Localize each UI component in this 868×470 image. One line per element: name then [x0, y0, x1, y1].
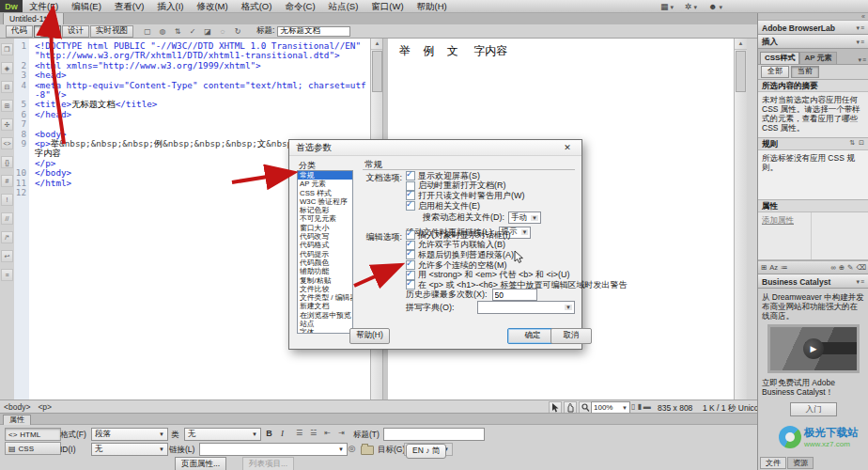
category-item[interactable]: 新建文档 [298, 302, 352, 310]
indent-icon[interactable]: ⇥ [335, 428, 348, 439]
unordered-list-icon[interactable]: ☰ [293, 428, 305, 439]
panel-menu-icon[interactable]: ▾≡ [856, 278, 865, 286]
user-account-icon[interactable]: ☻ ▾ [708, 2, 722, 11]
category-item[interactable]: 代码改写 [298, 232, 352, 241]
menu-item[interactable]: 窗口(W) [364, 0, 410, 12]
remove-comment-icon[interactable]: /* [1, 231, 13, 243]
css-mode-button[interactable]: ▤ CSS [5, 442, 61, 455]
apply-comment-icon[interactable]: // [1, 212, 13, 225]
point-to-file-icon[interactable]: ◎ [346, 443, 358, 454]
class-select[interactable]: 无▼ [184, 428, 261, 441]
link-input[interactable]: ▼ [199, 443, 348, 456]
collapse-full-tag-icon[interactable]: ⊟ [1, 81, 13, 93]
preview-in-browser-icon[interactable]: ◍ [156, 26, 169, 37]
tab-ap-elements[interactable]: AP 元素 [799, 52, 836, 64]
document-tab[interactable]: Untitled-1* × [3, 12, 64, 24]
category-item[interactable]: 文件类型 / 编辑器 [298, 293, 352, 302]
mobile-size-icon[interactable]: ▯ [631, 402, 635, 411]
menu-item[interactable]: 文件(F) [23, 0, 65, 12]
dock-tab-文件[interactable]: 文件 [760, 457, 786, 469]
category-item[interactable]: 窗口大小 [298, 224, 352, 232]
menu-item[interactable]: 帮助(H) [411, 0, 454, 12]
help-button[interactable]: 帮助(H) [349, 328, 390, 344]
panel-menu-icon[interactable]: ▾≡ [856, 39, 865, 46]
category-item[interactable]: 代码提示 [298, 250, 352, 258]
bold-button[interactable]: B [263, 428, 275, 439]
checkbox-checked[interactable] [406, 171, 415, 180]
show-current-mode-icon[interactable]: ≔ [781, 263, 788, 272]
spelling-dictionary-select[interactable]: ▼ [477, 301, 575, 314]
category-item[interactable]: AP 元素 [298, 180, 352, 188]
panel-menu-icon[interactable]: ▾≡ [858, 56, 867, 64]
close-icon[interactable]: ✕ [560, 143, 575, 152]
open-documents-icon[interactable]: ❐ [1, 43, 13, 55]
design-scrollbar[interactable]: ▲ [734, 38, 747, 400]
tablet-size-icon[interactable]: ▮ [637, 402, 641, 411]
category-item[interactable]: 常规 [298, 171, 352, 180]
page-properties-button[interactable]: 页面属性... [175, 457, 226, 470]
category-item[interactable]: W3C 验证程序 [298, 197, 352, 206]
highlight-invalid-code-icon[interactable]: ! [1, 194, 13, 206]
dock-collapse-strip[interactable]: « [758, 12, 868, 21]
category-item[interactable]: 不可见元素 [298, 214, 352, 223]
ime-language-bar[interactable]: EN ♪ 简 [406, 444, 446, 459]
rules-view-icons[interactable]: ⇅ ⊡ [849, 139, 865, 149]
menu-item[interactable]: 插入(I) [150, 0, 190, 12]
outdent-icon[interactable]: ⇤ [321, 428, 333, 439]
view-button-拆分[interactable]: 拆分 [34, 25, 61, 38]
option-checkbox-row[interactable]: 启用相关文件(E) [406, 201, 541, 212]
panel-business-catalyst[interactable]: Business Catalyst ▾≡ [758, 274, 868, 289]
document-title-input[interactable] [277, 26, 350, 37]
category-item[interactable]: 站点 [298, 320, 352, 328]
browse-folder-icon[interactable] [361, 446, 374, 455]
menu-item[interactable]: 站点(S) [322, 0, 365, 12]
desktop-size-icon[interactable]: ▬ [643, 402, 651, 411]
w3c-validation-icon[interactable]: ✓ [186, 26, 199, 37]
menu-item[interactable]: 格式(O) [235, 0, 279, 12]
cancel-button[interactable]: 取消 [550, 328, 592, 344]
all-button[interactable]: 全部 [761, 66, 789, 78]
menu-item[interactable]: 编辑(E) [65, 0, 108, 12]
view-button-实时视图[interactable]: 实时视图 [90, 25, 133, 38]
balance-braces-icon[interactable]: {} [1, 156, 13, 168]
window-size-value[interactable]: 835 x 808 [658, 403, 692, 413]
checkbox-checked[interactable] [406, 201, 415, 211]
play-icon[interactable]: ▶ [803, 338, 824, 359]
ordered-list-icon[interactable]: ☱ [307, 428, 319, 439]
refresh-design-view-icon[interactable]: ↻ [231, 26, 244, 37]
menu-item[interactable]: 命令(C) [278, 0, 321, 12]
new-css-rule-icon[interactable]: ⊕ [839, 263, 845, 272]
category-item[interactable]: 代码格式 [298, 241, 352, 249]
tag-selector-item[interactable]: <p> [38, 402, 52, 412]
file-management-icon[interactable]: ⇅ [171, 26, 184, 37]
check-browser-compat-icon[interactable]: ◪ [201, 26, 214, 37]
category-item[interactable]: 复制/粘贴 [298, 276, 352, 285]
tab-close-icon[interactable]: × [54, 15, 58, 24]
tab-properties[interactable]: 属性 [3, 415, 31, 425]
panel-menu-icon[interactable]: ▾≡ [856, 24, 865, 32]
expand-all-icon[interactable]: ✣ [1, 118, 13, 131]
html-mode-button[interactable]: <> HTML [5, 428, 61, 441]
bc-video-thumbnail[interactable]: ▶ [767, 324, 860, 373]
option-select-row[interactable]: 搜索动态相关文件(D):手动▼ [406, 212, 541, 223]
tab-css-styles[interactable]: CSS样式 [760, 52, 799, 64]
wrap-tag-icon[interactable]: ↩ [1, 250, 13, 262]
format-source-icon[interactable]: ≡ [1, 269, 13, 281]
category-item[interactable]: 辅助功能 [298, 267, 352, 275]
category-item[interactable]: 在浏览器中预览 [298, 311, 352, 320]
show-category-view-icon[interactable]: ⊞ [761, 263, 767, 272]
dialog-titlebar[interactable]: 首选参数 ✕ [289, 140, 581, 156]
attach-stylesheet-icon[interactable]: ∞ [830, 263, 835, 272]
panel-insert[interactable]: 插入 ▾≡ [758, 35, 868, 49]
tag-selector-item[interactable]: <body> [4, 402, 30, 412]
add-property-link[interactable]: 添加属性 [762, 215, 794, 225]
bc-get-started-button[interactable]: 入门 [790, 402, 837, 416]
line-numbers-icon[interactable]: # [1, 175, 13, 187]
show-list-view-icon[interactable]: Az [769, 263, 778, 272]
format-select[interactable]: 段落▼ [91, 428, 168, 441]
visual-aids-icon[interactable]: ◌ [216, 26, 229, 37]
cs-services-icon[interactable]: ✲ ▾ [685, 2, 697, 11]
select-parent-tag-icon[interactable]: <> [1, 137, 13, 149]
category-item[interactable]: 代码颜色 [298, 258, 352, 267]
scrollbar-thumb[interactable] [736, 51, 746, 92]
